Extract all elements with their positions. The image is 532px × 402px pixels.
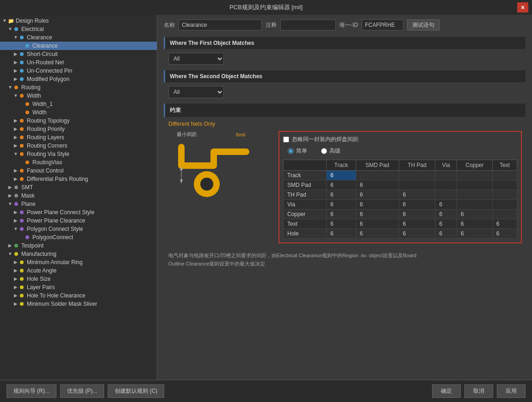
tree-item-hole-size[interactable]: ▶ Hole Size bbox=[0, 275, 157, 283]
spacer bbox=[19, 235, 24, 240]
advanced-radio[interactable] bbox=[321, 148, 327, 154]
tree-label: Minimum Annular Ring bbox=[26, 259, 83, 266]
rule-icon bbox=[19, 276, 26, 282]
tree-item-routing-corners[interactable]: ▶ Routing Corners bbox=[0, 142, 157, 150]
spacer bbox=[19, 160, 24, 165]
cell-copper-th: 6 bbox=[399, 210, 435, 219]
tree-item-unrouted[interactable]: ▶ Un-Routed Net bbox=[0, 58, 157, 67]
expand-arrow: ▶ bbox=[13, 126, 19, 132]
simple-radio-item[interactable]: 简单 bbox=[288, 147, 307, 155]
expand-arrow: ▶ bbox=[13, 143, 19, 148]
description-text: 电气对象与电路板开口/凹槽之间要求的间距，由Electrical Clearan… bbox=[164, 248, 526, 268]
cell-track-via bbox=[435, 171, 457, 180]
cell-hole-via: 6 bbox=[435, 229, 457, 239]
tree-item-plane[interactable]: ▼ Plane bbox=[0, 200, 157, 208]
priority-button[interactable]: 优先级 (P)... bbox=[60, 384, 104, 398]
unique-id-input[interactable] bbox=[362, 19, 403, 31]
simple-label: 简单 bbox=[296, 147, 307, 155]
tree-label: Minimum Solder Mask Sliver bbox=[26, 301, 97, 307]
tree-label: SMT bbox=[20, 184, 33, 191]
cancel-button[interactable]: 取消 bbox=[464, 384, 493, 398]
tree-item-design-rules[interactable]: ▼ 📁 Design Rules bbox=[0, 17, 157, 25]
tree-item-clearance-group[interactable]: ▼ Clearance bbox=[0, 33, 157, 42]
close-button[interactable]: × bbox=[517, 2, 528, 12]
tree-item-mask[interactable]: ▶ Mask bbox=[0, 192, 157, 200]
table-row: Track 6 bbox=[284, 171, 517, 180]
rule-icon bbox=[24, 43, 31, 49]
tree-label: Hole Size bbox=[26, 276, 50, 282]
second-match-dropdown[interactable]: All Net Net Class Layer bbox=[168, 86, 224, 98]
tree-item-hole-to-hole[interactable]: ▶ Hole To Hole Clearance bbox=[0, 291, 157, 300]
comment-input[interactable] bbox=[280, 19, 336, 31]
tree-label: Mask bbox=[20, 192, 35, 199]
tree-item-polygon-connect-style[interactable]: ▼ Polygon Connect Style bbox=[0, 225, 157, 233]
tree-item-min-annular[interactable]: ▶ Minimum Annular Ring bbox=[0, 258, 157, 266]
ok-button[interactable]: 确定 bbox=[432, 384, 461, 398]
tree-item-fanout[interactable]: ▶ Fanout Control bbox=[0, 167, 157, 175]
rule-icon bbox=[13, 201, 20, 207]
cell-track-th bbox=[399, 171, 435, 180]
tree-item-modified-polygon[interactable]: ▶ Modified Polygon bbox=[0, 75, 157, 83]
cell-th-th: 6 bbox=[399, 190, 435, 200]
test-button[interactable]: 测试语句 bbox=[407, 19, 439, 31]
tree-item-polygon-connect[interactable]: PolygonConnect bbox=[0, 233, 157, 241]
expand-arrow: ▶ bbox=[13, 135, 19, 140]
rule-icon bbox=[19, 301, 26, 307]
tree-item-routing-vias[interactable]: RoutingVias bbox=[0, 158, 157, 167]
name-input[interactable] bbox=[179, 19, 262, 31]
tree-item-routing-topology[interactable]: ▶ Routing Topology bbox=[0, 117, 157, 125]
tree-label: Un-Connected Pin bbox=[26, 68, 72, 74]
rule-icon bbox=[13, 251, 20, 257]
ignore-pad-checkbox[interactable] bbox=[283, 136, 289, 142]
col-header-copper: Copper bbox=[457, 160, 492, 171]
cell-via-th: 6 bbox=[399, 200, 435, 210]
tree-item-min-solder[interactable]: ▶ Minimum Solder Mask Sliver bbox=[0, 300, 157, 308]
tree-label: PolygonConnect bbox=[31, 234, 73, 241]
tree-item-pplane-clearance[interactable]: ▶ Power Plane Clearance bbox=[0, 216, 157, 225]
expand-arrow: ▼ bbox=[7, 251, 13, 257]
expand-arrow: ▼ bbox=[2, 18, 7, 24]
right-panel: 名称 注释 唯一-ID 测试语句 Where The First Object … bbox=[157, 15, 532, 380]
tree-item-clearance[interactable]: Clearance bbox=[0, 42, 157, 50]
row-label-hole: Hole bbox=[284, 229, 327, 239]
tree-item-routing[interactable]: ▼ Routing bbox=[0, 83, 157, 92]
first-match-dropdown[interactable]: All Net Net Class Layer bbox=[168, 53, 224, 65]
tree-item-diff-pairs[interactable]: ▶ Differential Pairs Routing bbox=[0, 175, 157, 183]
tree-item-acute-angle[interactable]: ▶ Acute Angle bbox=[0, 266, 157, 275]
rule-icon bbox=[24, 109, 31, 116]
tree-item-smt[interactable]: ▶ SMT bbox=[0, 183, 157, 192]
tree-item-pplane-connect[interactable]: ▶ Power Plane Connect Style bbox=[0, 208, 157, 216]
tree-item-routing-layers[interactable]: ▶ Routing Layers bbox=[0, 133, 157, 142]
rule-icon bbox=[13, 242, 20, 249]
cell-smd-via bbox=[435, 180, 457, 190]
folder-icon: 📁 bbox=[7, 18, 15, 24]
rule-icon bbox=[13, 184, 20, 191]
first-match-row: All Net Net Class Layer bbox=[164, 53, 526, 65]
cell-track-text bbox=[492, 171, 517, 180]
tree-item-electrical[interactable]: ▼ Electrical bbox=[0, 25, 157, 33]
tree-item-manufacturing[interactable]: ▼ Manufacturing bbox=[0, 250, 157, 258]
clearance-svg bbox=[167, 138, 269, 210]
tree-label: Routing Corners bbox=[26, 142, 67, 149]
tree-item-short-circuit[interactable]: ▶ Short-Circuit bbox=[0, 50, 157, 58]
rules-wizard-button[interactable]: 规则向导 (R)... bbox=[6, 384, 56, 398]
advanced-radio-item[interactable]: 高级 bbox=[321, 147, 340, 155]
ignore-pad-row: 忽略同一封装内的焊盘间距 bbox=[283, 136, 517, 143]
tree-label: Width bbox=[31, 109, 47, 116]
tree-item-layer-pairs[interactable]: ▶ Layer Pairs bbox=[0, 283, 157, 291]
create-defaults-button[interactable]: 创建默认规则 (C) bbox=[108, 384, 164, 398]
tree-item-routing-via-style[interactable]: ▼ Routing Via Style bbox=[0, 150, 157, 158]
table-row: Hole 6 6 6 6 6 6 bbox=[284, 229, 517, 239]
tree-item-testpoint[interactable]: ▶ Testpoint bbox=[0, 241, 157, 250]
rule-icon bbox=[19, 259, 26, 266]
tree-item-width[interactable]: Width bbox=[0, 108, 157, 117]
tree-item-width1[interactable]: Width_1 bbox=[0, 100, 157, 108]
apply-button[interactable]: 应用 bbox=[497, 384, 526, 398]
tree-item-unconnected-pin[interactable]: ▶ Un-Connected Pin bbox=[0, 67, 157, 75]
simple-radio[interactable] bbox=[288, 148, 294, 154]
tree-label: Short-Circuit bbox=[26, 51, 58, 57]
cell-track-track[interactable]: 6 bbox=[327, 171, 356, 180]
tree-item-routing-priority[interactable]: ▶ Routing Priority bbox=[0, 125, 157, 133]
col-header-empty bbox=[284, 160, 327, 171]
tree-item-width-group[interactable]: ▼ Width bbox=[0, 92, 157, 100]
